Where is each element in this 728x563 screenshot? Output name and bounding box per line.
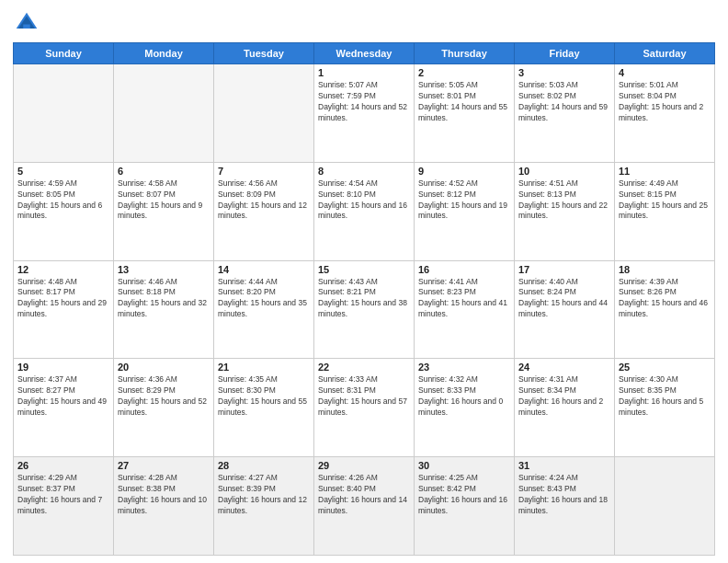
table-row: 25Sunrise: 4:30 AM Sunset: 8:35 PM Dayli… [615,359,715,457]
table-row: 29Sunrise: 4:26 AM Sunset: 8:40 PM Dayli… [314,457,415,556]
day-number: 10 [518,166,610,177]
day-info: Sunrise: 4:24 AM Sunset: 8:43 PM Dayligh… [518,473,610,517]
day-number: 14 [218,264,310,275]
day-info: Sunrise: 4:32 AM Sunset: 8:33 PM Dayligh… [418,374,510,419]
day-info: Sunrise: 4:58 AM Sunset: 8:07 PM Dayligh… [118,178,210,223]
day-number: 4 [619,67,711,78]
day-number: 11 [619,166,711,177]
table-row: 26Sunrise: 4:29 AM Sunset: 8:37 PM Dayli… [14,457,114,556]
table-row: 7Sunrise: 4:56 AM Sunset: 8:09 PM Daylig… [214,162,314,260]
table-row: 1Sunrise: 5:07 AM Sunset: 7:59 PM Daylig… [314,64,415,163]
table-row: 3Sunrise: 5:03 AM Sunset: 8:02 PM Daylig… [515,64,615,163]
day-number: 3 [518,67,610,78]
logo [13,9,44,37]
table-row: 27Sunrise: 4:28 AM Sunset: 8:38 PM Dayli… [114,457,214,556]
day-number: 28 [218,460,310,471]
table-row: 22Sunrise: 4:33 AM Sunset: 8:31 PM Dayli… [314,359,415,457]
table-row: 28Sunrise: 4:27 AM Sunset: 8:39 PM Dayli… [214,457,314,556]
day-info: Sunrise: 4:56 AM Sunset: 8:09 PM Dayligh… [218,178,310,223]
day-number: 20 [118,362,210,373]
day-number: 1 [318,67,410,78]
day-info: Sunrise: 4:35 AM Sunset: 8:30 PM Dayligh… [218,374,310,419]
table-row [615,457,715,556]
day-info: Sunrise: 5:07 AM Sunset: 7:59 PM Dayligh… [318,80,410,124]
table-row: 15Sunrise: 4:43 AM Sunset: 8:21 PM Dayli… [314,260,415,359]
table-row: 10Sunrise: 4:51 AM Sunset: 8:13 PM Dayli… [515,162,615,260]
day-info: Sunrise: 4:33 AM Sunset: 8:31 PM Dayligh… [318,374,410,419]
day-number: 31 [518,460,610,471]
page: Sunday Monday Tuesday Wednesday Thursday… [0,0,728,563]
day-number: 29 [318,460,410,471]
table-row: 14Sunrise: 4:44 AM Sunset: 8:20 PM Dayli… [214,260,314,359]
table-row: 17Sunrise: 4:40 AM Sunset: 8:24 PM Dayli… [515,260,615,359]
day-number: 22 [318,362,410,373]
day-number: 5 [17,166,109,177]
day-info: Sunrise: 4:52 AM Sunset: 8:12 PM Dayligh… [418,178,510,223]
day-info: Sunrise: 4:37 AM Sunset: 8:27 PM Dayligh… [17,374,109,419]
table-row: 16Sunrise: 4:41 AM Sunset: 8:23 PM Dayli… [415,260,515,359]
table-row: 23Sunrise: 4:32 AM Sunset: 8:33 PM Dayli… [415,359,515,457]
day-info: Sunrise: 4:29 AM Sunset: 8:37 PM Dayligh… [17,473,109,517]
col-monday: Monday [114,43,214,64]
table-row: 5Sunrise: 4:59 AM Sunset: 8:05 PM Daylig… [14,162,114,260]
day-info: Sunrise: 4:48 AM Sunset: 8:17 PM Dayligh… [17,277,109,321]
day-number: 2 [418,67,510,78]
day-info: Sunrise: 4:26 AM Sunset: 8:40 PM Dayligh… [318,473,410,517]
day-number: 13 [118,264,210,275]
col-friday: Friday [515,43,615,64]
day-info: Sunrise: 4:30 AM Sunset: 8:35 PM Dayligh… [619,374,711,419]
day-info: Sunrise: 4:43 AM Sunset: 8:21 PM Dayligh… [318,277,410,321]
day-number: 16 [418,264,510,275]
day-number: 25 [619,362,711,373]
day-info: Sunrise: 5:03 AM Sunset: 8:02 PM Dayligh… [518,80,610,124]
table-row: 2Sunrise: 5:05 AM Sunset: 8:01 PM Daylig… [415,64,515,163]
col-thursday: Thursday [415,43,515,64]
day-info: Sunrise: 4:31 AM Sunset: 8:34 PM Dayligh… [518,374,610,419]
day-number: 12 [17,264,109,275]
day-number: 7 [218,166,310,177]
calendar-week-row: 19Sunrise: 4:37 AM Sunset: 8:27 PM Dayli… [14,359,715,457]
calendar-week-row: 1Sunrise: 5:07 AM Sunset: 7:59 PM Daylig… [14,64,715,163]
day-number: 18 [619,264,711,275]
svg-rect-2 [23,25,30,29]
table-row: 13Sunrise: 4:46 AM Sunset: 8:18 PM Dayli… [114,260,214,359]
table-row: 21Sunrise: 4:35 AM Sunset: 8:30 PM Dayli… [214,359,314,457]
day-info: Sunrise: 4:40 AM Sunset: 8:24 PM Dayligh… [518,277,610,321]
table-row: 8Sunrise: 4:54 AM Sunset: 8:10 PM Daylig… [314,162,415,260]
day-number: 24 [518,362,610,373]
table-row: 6Sunrise: 4:58 AM Sunset: 8:07 PM Daylig… [114,162,214,260]
day-info: Sunrise: 5:05 AM Sunset: 8:01 PM Dayligh… [418,80,510,124]
table-row: 31Sunrise: 4:24 AM Sunset: 8:43 PM Dayli… [515,457,615,556]
calendar-week-row: 26Sunrise: 4:29 AM Sunset: 8:37 PM Dayli… [14,457,715,556]
day-info: Sunrise: 4:51 AM Sunset: 8:13 PM Dayligh… [518,178,610,223]
col-tuesday: Tuesday [214,43,314,64]
calendar-table: Sunday Monday Tuesday Wednesday Thursday… [13,42,715,556]
day-info: Sunrise: 4:46 AM Sunset: 8:18 PM Dayligh… [118,277,210,321]
col-sunday: Sunday [14,43,114,64]
day-info: Sunrise: 5:01 AM Sunset: 8:04 PM Dayligh… [619,80,711,124]
table-row: 24Sunrise: 4:31 AM Sunset: 8:34 PM Dayli… [515,359,615,457]
day-info: Sunrise: 4:39 AM Sunset: 8:26 PM Dayligh… [619,277,711,321]
day-number: 6 [118,166,210,177]
table-row [214,64,314,163]
logo-icon [13,9,40,37]
day-info: Sunrise: 4:49 AM Sunset: 8:15 PM Dayligh… [619,178,711,223]
col-wednesday: Wednesday [314,43,415,64]
header [13,9,715,37]
calendar-header-row: Sunday Monday Tuesday Wednesday Thursday… [14,43,715,64]
day-info: Sunrise: 4:44 AM Sunset: 8:20 PM Dayligh… [218,277,310,321]
day-number: 23 [418,362,510,373]
day-number: 27 [118,460,210,471]
day-info: Sunrise: 4:27 AM Sunset: 8:39 PM Dayligh… [218,473,310,517]
day-info: Sunrise: 4:41 AM Sunset: 8:23 PM Dayligh… [418,277,510,321]
table-row: 11Sunrise: 4:49 AM Sunset: 8:15 PM Dayli… [615,162,715,260]
table-row [114,64,214,163]
table-row: 12Sunrise: 4:48 AM Sunset: 8:17 PM Dayli… [14,260,114,359]
table-row: 20Sunrise: 4:36 AM Sunset: 8:29 PM Dayli… [114,359,214,457]
day-number: 30 [418,460,510,471]
day-number: 21 [218,362,310,373]
table-row: 9Sunrise: 4:52 AM Sunset: 8:12 PM Daylig… [415,162,515,260]
table-row: 4Sunrise: 5:01 AM Sunset: 8:04 PM Daylig… [615,64,715,163]
day-number: 15 [318,264,410,275]
day-number: 26 [17,460,109,471]
